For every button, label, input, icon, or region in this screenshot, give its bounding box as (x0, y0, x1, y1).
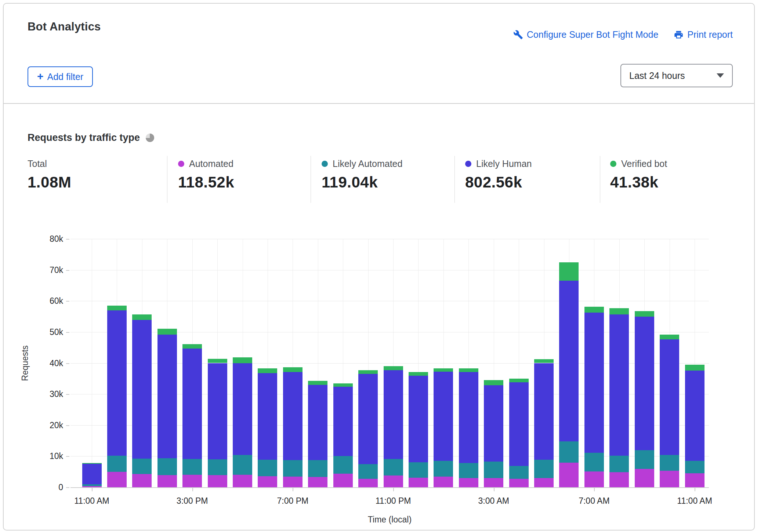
bar-segment-likely-human[interactable] (434, 372, 453, 461)
bar-segment-likely-automated[interactable] (584, 453, 604, 471)
bar-segment-verified-bot[interactable] (208, 359, 227, 363)
bar-segment-likely-human[interactable] (208, 363, 227, 459)
bar-segment-likely-human[interactable] (82, 464, 102, 485)
bar-segment-likely-human[interactable] (182, 349, 202, 459)
bar-segment-verified-bot[interactable] (333, 383, 353, 387)
bar-segment-verified-bot[interactable] (182, 344, 202, 349)
bar-segment-likely-human[interactable] (459, 372, 478, 463)
bar-segment-automated[interactable] (534, 478, 554, 487)
bar-segment-automated[interactable] (584, 471, 604, 487)
bar-segment-automated[interactable] (208, 475, 227, 487)
bar-segment-verified-bot[interactable] (233, 357, 252, 363)
bar-segment-automated[interactable] (509, 479, 529, 487)
bar-segment-verified-bot[interactable] (660, 335, 679, 339)
bar-segment-verified-bot[interactable] (559, 262, 579, 281)
bar-segment-likely-automated[interactable] (157, 458, 177, 475)
bar-segment-likely-automated[interactable] (509, 466, 529, 479)
bar-segment-automated[interactable] (182, 475, 202, 487)
bar-segment-likely-human[interactable] (484, 385, 503, 461)
bar-segment-likely-human[interactable] (409, 376, 428, 462)
bar-segment-likely-human[interactable] (635, 317, 654, 451)
bar-segment-verified-bot[interactable] (283, 367, 303, 372)
bar-segment-likely-human[interactable] (132, 320, 152, 459)
bar-segment-likely-automated[interactable] (559, 441, 579, 463)
bar-segment-likely-automated[interactable] (82, 484, 102, 486)
configure-super-bot-fight-mode-link[interactable]: Configure Super Bot Fight Mode (513, 29, 659, 40)
bar-segment-automated[interactable] (283, 477, 303, 487)
bar-segment-automated[interactable] (685, 473, 705, 487)
bar-segment-likely-automated[interactable] (182, 459, 202, 475)
bar-segment-likely-automated[interactable] (233, 455, 252, 475)
bar-segment-likely-human[interactable] (157, 335, 177, 458)
bar-segment-likely-automated[interactable] (609, 456, 629, 473)
bar-segment-verified-bot[interactable] (258, 368, 277, 374)
bar-segment-verified-bot[interactable] (107, 306, 127, 310)
bar-segment-automated[interactable] (459, 478, 478, 487)
bar-segment-verified-bot[interactable] (534, 359, 554, 363)
bar-segment-automated[interactable] (358, 479, 378, 487)
print-report-link[interactable]: Print report (674, 29, 733, 40)
add-filter-button[interactable]: + Add filter (28, 66, 93, 87)
bar-segment-likely-human[interactable] (660, 339, 679, 455)
bar-segment-likely-automated[interactable] (333, 456, 353, 474)
stat-likely-human[interactable]: Likely Human 802.56k (465, 158, 532, 191)
bar-segment-likely-human[interactable] (609, 314, 629, 455)
bar-segment-likely-automated[interactable] (283, 460, 303, 477)
bar-segment-likely-automated[interactable] (107, 456, 127, 472)
bar-segment-automated[interactable] (409, 478, 428, 487)
bar-segment-automated[interactable] (434, 477, 453, 487)
bar-segment-automated[interactable] (107, 472, 127, 487)
bar-segment-likely-human[interactable] (107, 310, 127, 456)
bar-segment-verified-bot[interactable] (509, 379, 529, 382)
bar-segment-likely-automated[interactable] (358, 464, 378, 479)
bar-segment-verified-bot[interactable] (484, 380, 503, 385)
bar-segment-automated[interactable] (258, 476, 277, 487)
bar-segment-verified-bot[interactable] (409, 372, 428, 376)
bar-segment-likely-automated[interactable] (635, 450, 654, 469)
bar-segment-likely-human[interactable] (358, 374, 378, 464)
stat-verified-bot[interactable]: Verified bot 41.38k (610, 158, 667, 191)
bar-segment-automated[interactable] (484, 478, 503, 487)
bar-segment-verified-bot[interactable] (157, 329, 177, 335)
bar-segment-likely-automated[interactable] (132, 459, 152, 474)
bar-segment-verified-bot[interactable] (308, 381, 327, 385)
bar-segment-likely-automated[interactable] (308, 460, 327, 477)
stat-automated[interactable]: Automated 118.52k (178, 158, 234, 191)
bar-segment-verified-bot[interactable] (358, 370, 378, 374)
bar-segment-automated[interactable] (308, 477, 327, 487)
bar-segment-likely-automated[interactable] (258, 460, 277, 477)
bar-segment-automated[interactable] (82, 486, 102, 487)
bar-segment-likely-human[interactable] (685, 371, 705, 461)
bar-segment-verified-bot[interactable] (685, 365, 705, 371)
bar-segment-verified-bot[interactable] (635, 311, 654, 316)
bar-segment-automated[interactable] (609, 472, 629, 487)
bar-segment-automated[interactable] (635, 469, 654, 487)
bar-segment-verified-bot[interactable] (132, 314, 152, 320)
bar-segment-automated[interactable] (157, 475, 177, 487)
bar-segment-likely-automated[interactable] (208, 459, 227, 475)
bar-segment-likely-human[interactable] (258, 373, 277, 459)
bar-segment-verified-bot[interactable] (584, 307, 604, 313)
bar-segment-automated[interactable] (132, 474, 152, 487)
bar-segment-likely-automated[interactable] (484, 462, 503, 478)
bar-segment-likely-human[interactable] (333, 387, 353, 456)
bar-segment-likely-human[interactable] (584, 313, 604, 453)
bar-segment-likely-automated[interactable] (384, 459, 403, 475)
bar-segment-verified-bot[interactable] (609, 308, 629, 315)
bar-segment-likely-automated[interactable] (409, 462, 428, 477)
time-range-select[interactable]: Last 24 hours (620, 64, 733, 87)
bar-segment-likely-automated[interactable] (434, 461, 453, 477)
bar-segment-likely-automated[interactable] (660, 455, 679, 471)
bar-segment-verified-bot[interactable] (82, 463, 102, 464)
bar-segment-verified-bot[interactable] (384, 366, 403, 370)
bar-segment-verified-bot[interactable] (434, 368, 453, 372)
bar-segment-likely-human[interactable] (559, 281, 579, 441)
bar-segment-likely-human[interactable] (308, 385, 327, 460)
bar-segment-likely-human[interactable] (233, 363, 252, 455)
bar-segment-likely-automated[interactable] (459, 463, 478, 478)
bar-segment-automated[interactable] (660, 471, 679, 487)
stat-likely-automated[interactable]: Likely Automated 119.04k (322, 158, 402, 191)
bar-segment-automated[interactable] (333, 474, 353, 487)
bar-segment-likely-human[interactable] (384, 370, 403, 459)
bar-segment-automated[interactable] (559, 463, 579, 487)
